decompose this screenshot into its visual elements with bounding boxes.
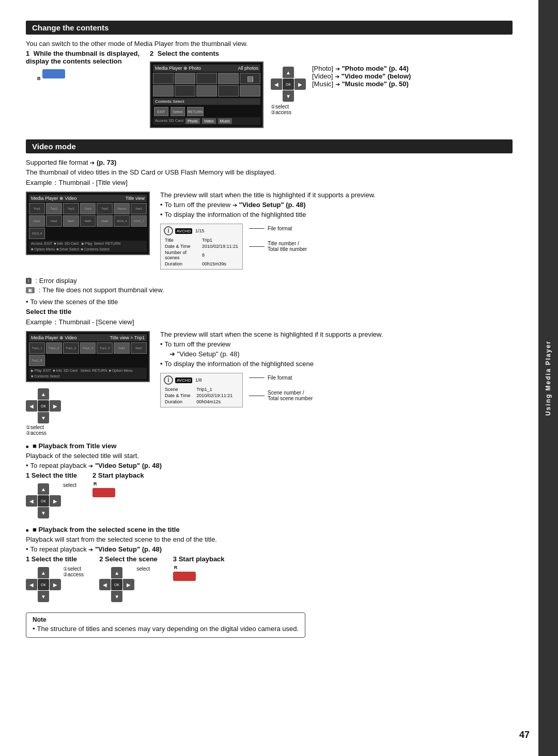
ps-dpad2-ok[interactable]: OK (111, 579, 122, 590)
ps-step1: 1 Select the title ▲ ◀ OK ▶ ▼ ①select ②a… (26, 555, 84, 603)
info-panel-2: i AVCHD 1/8 SceneTrip1_1 Date & Time2010… (160, 373, 243, 407)
video-mode-section: Video mode Supported file format ➔ (p. 7… (26, 139, 513, 639)
dpad-up[interactable]: ▲ (283, 67, 294, 78)
ps-dpad-left[interactable]: ◀ (26, 579, 37, 590)
dpad-down[interactable]: ▼ (283, 90, 294, 102)
ps-dpad-down[interactable]: ▼ (38, 591, 49, 602)
scene-select-label: ①select (26, 424, 60, 430)
photo-link: [Photo] ➔ "Photo mode" (p. 44) (312, 65, 411, 72)
ps-dpad2-down[interactable]: ▼ (111, 591, 122, 602)
title-view-screen: Media Player ⊕ Video Title view Trip1 Tr… (26, 190, 150, 257)
pb-dpad-down[interactable]: ▼ (38, 507, 49, 518)
scene-dpad-left[interactable]: ◀ (26, 400, 37, 412)
select-label: ①select (271, 104, 305, 109)
change-contents-header: Change the contents (26, 21, 513, 35)
scene-view-desc: The preview will start when the scene is… (160, 329, 513, 411)
info-panel-2-area: i AVCHD 1/8 SceneTrip1_1 Date & Time2010… (160, 370, 513, 411)
scene-dpad-area: ▲ ◀ OK ▶ ▼ ①select ②access (26, 386, 150, 436)
ps-step3: 3 Start playback R (173, 555, 225, 582)
note-box: Note The structure of titles and scenes … (26, 612, 305, 638)
info-icon-1: i (164, 226, 173, 235)
info-icon-2: i (164, 375, 173, 385)
scene-view-screen-area: Media Player ⊕ Video Title view > Trip1 … (26, 329, 150, 436)
b-button[interactable] (42, 69, 65, 78)
dpad-ok[interactable]: OK (283, 78, 294, 90)
info-panel-1: i AVCHD 1/15 TitleTrip1 Date & Time2010/… (160, 224, 243, 270)
playback-scene-header: ■ Playback from the selected scene in th… (26, 526, 513, 533)
dpad-contents-area: ▲ ◀ OK ▶ ▼ ①select ②access (271, 65, 305, 115)
pb-dpad-up[interactable]: ▲ (38, 483, 49, 495)
change-contents-intro: You can switch to the other mode of Medi… (26, 40, 513, 48)
view-scenes-area: To view the scenes of the title Select t… (26, 298, 513, 327)
dpad-left[interactable]: ◀ (271, 78, 282, 90)
info-annotations-2: File format Scene number /Total scene nu… (249, 374, 313, 402)
video-mode-title: Video mode (32, 142, 76, 151)
change-contents-title: Change the contents (32, 23, 109, 32)
error-icon: ! (26, 278, 32, 284)
supported-format: Supported file format ➔ (p. 73) (26, 159, 513, 166)
pb-dpad-left[interactable]: ◀ (26, 495, 37, 507)
ps-dpad-right[interactable]: ▶ (50, 579, 61, 590)
contents-select-screen: Media Player ⊕ Photo All photos ▤ (150, 59, 264, 130)
ps-step2: 2 Select the scene ▲ ◀ OK ▶ ▼ select (99, 555, 158, 603)
video-mode-header: Video mode (26, 139, 513, 153)
scene-dpad-ok[interactable]: OK (38, 400, 49, 412)
sidebar-label: Using Media Player (545, 340, 552, 416)
step1-label: 1 While the thumbnail is displayed, disp… (26, 50, 140, 65)
error-notes: ! : Error display ▣ : The file does not … (26, 277, 513, 294)
title-view-area: Media Player ⊕ Video Title view Trip1 Tr… (26, 190, 513, 273)
info-annotations-1: File format Title number /Total title nu… (249, 225, 307, 253)
mode-links: [Photo] ➔ "Photo mode" (p. 44) [Video] ➔… (312, 65, 411, 88)
example-label-1: Example：Thumbnail - [Title view] (26, 178, 513, 187)
music-link: [Music] ➔ "Music mode" (p. 50) (312, 80, 411, 88)
scene-access-label: ②access (26, 430, 60, 436)
title-view-desc: The preview will start when the title is… (160, 190, 513, 273)
sidebar-label-area: Using Media Player (538, 0, 558, 756)
pb-step1: 1 Select the title ▲ ◀ OK ▶ ▼ select (26, 471, 77, 519)
ps-dpad2-up[interactable]: ▲ (111, 567, 122, 578)
scene-dpad-right[interactable]: ▶ (50, 400, 61, 412)
playback-steps-area: 1 Select the title ▲ ◀ OK ▶ ▼ select (26, 471, 513, 519)
access-label: ②access (271, 109, 305, 115)
thumbnail-desc: The thumbnail of video titles in the SD … (26, 168, 513, 176)
pb-step2: 2 Start playback R (92, 471, 144, 499)
ps-dpad-ok[interactable]: OK (38, 579, 49, 590)
info-panel-1-area: i AVCHD 1/15 TitleTrip1 Date & Time2010/… (160, 220, 513, 273)
dpad-right[interactable]: ▶ (295, 78, 306, 90)
video-link: [Video] ➔ "Video mode" (below) (312, 72, 411, 80)
ps-dpad2-left[interactable]: ◀ (99, 579, 111, 590)
pb-dpad-ok[interactable]: OK (38, 495, 49, 507)
button-b-area: B (35, 69, 140, 82)
scene-view-area: Media Player ⊕ Video Title view > Trip1 … (26, 329, 513, 436)
r-button-ps[interactable] (173, 572, 196, 581)
playback-title-header: ■ Playback from Title view (26, 442, 513, 450)
scene-dpad-up[interactable]: ▲ (38, 388, 49, 400)
note-area: Note The structure of titles and scenes … (26, 609, 513, 639)
step2-label: 2 Select the contents (150, 50, 513, 57)
ps-dpad-up[interactable]: ▲ (38, 567, 49, 578)
scene-playback-steps: 1 Select the title ▲ ◀ OK ▶ ▼ ①select ②a… (26, 555, 513, 603)
r-button-pb[interactable] (92, 488, 115, 497)
playback-scene-section: ■ Playback from the selected scene in th… (26, 526, 513, 603)
ps-dpad2-right[interactable]: ▶ (123, 579, 134, 590)
playback-title-section: ■ Playback from Title view Playback of t… (26, 442, 513, 519)
pb-dpad-right[interactable]: ▶ (50, 495, 61, 507)
change-contents-section: Change the contents You can switch to th… (26, 21, 513, 130)
scene-dpad-down[interactable]: ▼ (38, 412, 49, 423)
page-number: 47 (519, 730, 530, 741)
